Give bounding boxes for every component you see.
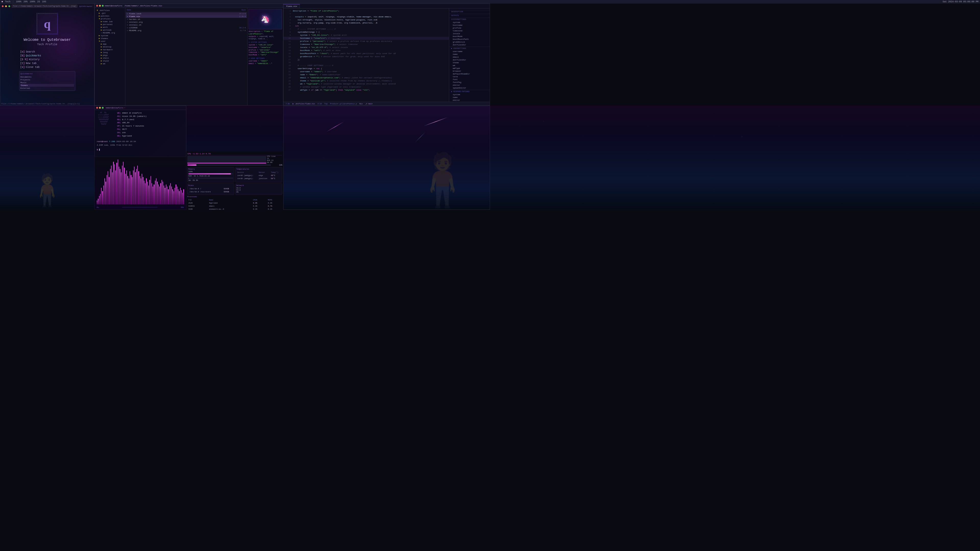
viz-bar [110,169,110,204]
tree-dotfiles[interactable]: ▼ .dotfiles [95,9,125,12]
tree-git[interactable]: ▶ .git [95,12,125,14]
code-line-22: 22 name = "Emmet"; # name/identifier [283,73,449,76]
tree-personal[interactable]: ▶ personal [95,23,125,26]
tree-patches[interactable]: ▶ patches [95,14,125,17]
tree-shell[interactable]: ▶ shell [95,57,125,59]
code-line-8: 8 systemSettings = { [283,30,449,34]
tab-flakenix[interactable]: flake.nix [283,4,300,8]
tree-desktop[interactable]: ▶ desktop [95,45,125,48]
outline-defaultroamdir[interactable]: defaultRoamDir [449,73,490,75]
outline-bootmountpath[interactable]: bootMountPath [449,38,490,41]
outline-section-syssettings: systemSettings [449,17,490,21]
outline-email[interactable]: email [449,56,490,59]
outline-dotfilesdir1[interactable]: dotfilesDir [449,43,490,46]
tree-homelab[interactable]: ▶ home lab [95,20,125,23]
viz-bar [101,188,102,204]
fm-close[interactable] [96,5,98,6]
viz-bar [151,176,151,204]
term-min[interactable] [99,107,101,109]
outline-browser[interactable]: browser [449,70,490,73]
viz-bar [130,171,130,204]
viz-bar [168,189,169,204]
outline-username[interactable]: username [449,50,490,53]
term-max[interactable] [102,107,103,109]
outline-np-system[interactable]: system [449,93,490,96]
viz-bar [135,172,135,204]
fm-row-installorg[interactable]: ○ install.org [126,21,247,24]
viz-bar [98,199,98,204]
outline-bootmode[interactable]: bootMode [449,35,490,38]
tree-style[interactable]: ▶ style [95,59,125,62]
viz-bar [148,186,149,204]
code-line-6: 6 let [283,24,449,27]
menu-closetab[interactable]: [x]Close tab [19,65,75,69]
viz-bar [159,186,160,204]
menu-newtab[interactable]: [t]New tab [19,62,75,65]
fm-row-flakelock[interactable]: ○ flake.lock 27.5 K [126,12,247,15]
outline-dotfilesdir2[interactable]: dotfilesDir [449,59,490,61]
fm-max[interactable] [102,5,103,6]
statusbar-scroll: Top [325,103,328,105]
term-close[interactable] [96,107,98,109]
outline-editor[interactable]: editor [449,84,490,86]
outline-theme[interactable]: theme [449,61,490,64]
tree-readme1[interactable]: ○ README.org [95,32,125,34]
fm-row-readme[interactable]: ○ README.org 6.7 K [126,29,247,32]
outline-profile[interactable]: profile [449,27,490,29]
tree-themes[interactable]: ▶ themes [95,37,125,40]
tree-worklab[interactable]: ▶ worklab [95,29,125,32]
code-area[interactable]: 1description = "Flake of LibrePhoenix"; … [283,8,449,102]
code-line-14: 14 bootMode = "uefi"; # uefi or bios [283,49,449,52]
viz-bar [112,172,113,204]
outline-np-editor[interactable]: editor [449,99,490,102]
fm-row-hardensh[interactable]: ○ harden.sh [126,18,247,21]
menu-quickmarks[interactable]: [b]Quickmarks [19,54,75,58]
viz-bar [138,171,139,204]
viz-bar [121,172,121,204]
viz-bar [179,191,180,204]
tree-pkgs[interactable]: ▶ pkgs [95,54,125,57]
tree-user[interactable]: ▼ user [95,40,125,43]
viz-bar [162,180,162,204]
tree-profiles[interactable]: ▼ profiles [95,17,125,20]
sysmon-net-card: Network 56.0 54.8 0% [235,183,282,195]
tree-app[interactable]: ▶ app [95,43,125,45]
viz-bar [111,165,111,204]
menu-history[interactable]: [S h]History [19,58,75,62]
fm-row-installsh[interactable]: ○ install.sh [126,24,247,26]
outline-name[interactable]: name [449,53,490,56]
fm-row-license[interactable]: ○ LICENSE 34.2 K [126,26,247,29]
viz-bar [134,167,135,204]
fm-row-flakenix[interactable]: ✦ flake.nix 2.26 K [126,15,247,18]
outline-term[interactable]: term [449,75,490,78]
outline-timezone[interactable]: timezone [449,29,490,32]
tree-wm[interactable]: ▶ wm [95,62,125,65]
outline-font[interactable]: font [449,78,490,81]
outline-wm[interactable]: wm [449,64,490,67]
tree-hardware[interactable]: ▶ hardware [95,48,125,51]
neofetch-display: // \\ :::::://// :::::///// \\\\\\/// \\… [97,111,184,138]
outline-spawneditor[interactable]: spawnEditor [449,86,490,89]
tree-system[interactable]: ▶ system [95,34,125,37]
tree-work[interactable]: ▶ work [95,26,125,29]
menu-search[interactable]: [o]Search [19,50,75,54]
browser-panel: file:///home/emmet/.browser/Tech/config/… [0,3,94,106]
tree-lang[interactable]: ▶ lang [95,51,125,54]
code-line-26: 26 # window manager type (hyprland or x1… [283,86,449,89]
outline-fontpkg[interactable]: fontPkg [449,81,490,84]
viz-bar [173,191,174,204]
outline-system[interactable]: system [449,21,490,24]
browser-profile: Tech Profile [37,43,57,46]
outline-locale[interactable]: locale [449,32,490,35]
outline-np-name[interactable]: name [449,96,490,99]
fm-min[interactable] [99,5,101,6]
outline-grubdevice[interactable]: grubDevice [449,41,490,43]
code-line-9: 9 system = "x86_64-linux"; # system arch [283,34,449,37]
code-line-24: 24 theme = "wunicum-yt"; # selected them… [283,79,449,83]
browser-logo: q [37,14,57,34]
terminal-prompt-area: root@root 7.20G 2024-03-09 16:34 4.03M s… [97,140,184,151]
outline-wmtype[interactable]: wmType [449,67,490,70]
viz-bar [154,184,154,204]
viz-bar [180,188,181,204]
outline-hostname[interactable]: hostname [449,24,490,27]
